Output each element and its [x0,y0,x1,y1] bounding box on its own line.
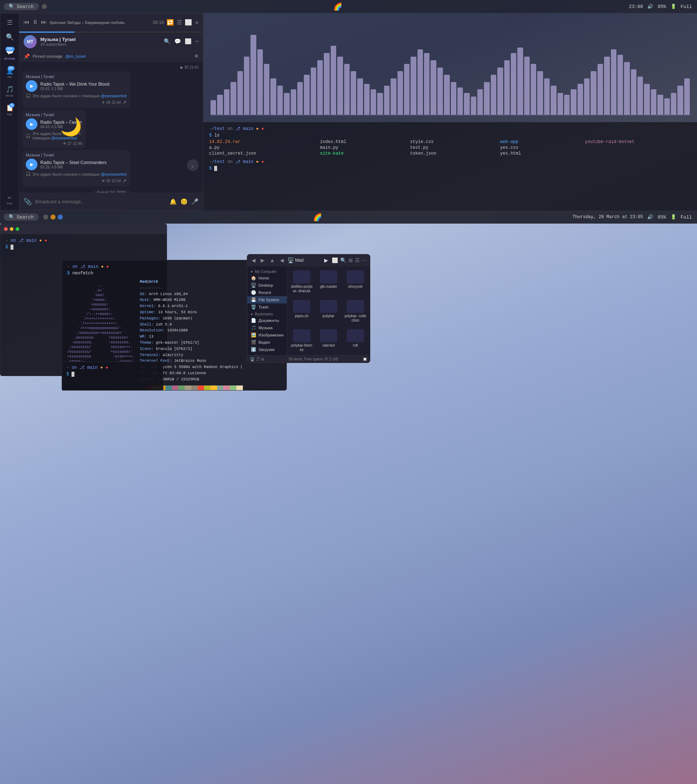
viz-bar [451,82,456,115]
bell-icon[interactable]: 🔔 [170,198,177,206]
fm-grid: dotfiles-polybar- draculagtk-masterohmyz… [289,268,368,362]
big-term-cursor-1: $ [5,245,161,250]
fm-list-icon[interactable]: ☰ [355,257,360,263]
expand-icon[interactable]: ⬜ [185,19,192,26]
color-block [178,385,185,390]
play-btn-2[interactable]: ▶ [26,118,37,130]
msg-note-1: 🎧 Это аудио было скачано с помощью @eyes… [26,93,127,98]
fm-grid-icon[interactable]: ⊞ [348,257,353,263]
viz-bar [391,78,396,115]
sidebar-downloads[interactable]: ⬇️ Загрузки [247,346,287,353]
message-3: Музыка | Tyrael ▶ Radio Tapok – Steel Co… [22,150,130,186]
channel-name: Музыка | Tyrael [40,37,160,42]
viz-bar [317,60,323,115]
channel-layout-icon[interactable]: ⬜ [185,38,192,45]
neofetch-username: Mad@Arch [140,279,243,285]
fm-file-item[interactable]: rofi [343,327,368,354]
play-btn-3[interactable]: ▶ [26,159,37,170]
viz-bar [410,57,416,115]
sidebar-home-label: Home [259,276,269,280]
bottombar-search-label: Search [17,214,34,220]
tg-sidebar: ☰ 🔍 💬 99+ All chats 👤 35 PM 🎵 Music 📋 [0,13,19,210]
channel-more-icon[interactable]: ⋯ [195,38,199,45]
fm-file-item[interactable]: pipes.sh [289,298,314,325]
stop-btn[interactable]: ⏸ [32,19,38,26]
play-btn-1[interactable]: ▶ [26,80,37,92]
sidebar-item-menu[interactable]: ☰ [2,16,18,29]
neofetch-host: Host: NMH-WDX9 M1200 [140,297,243,303]
forward-btn-1[interactable]: ↗ [122,99,127,105]
channel-chat-icon[interactable]: 💬 [174,38,181,45]
pinned-message[interactable]: 📌 Pinned message @im_tyrael 〓 [19,51,203,62]
sidebar-filesystem[interactable]: 💾 File System [247,296,287,303]
close-player-btn[interactable]: ✕ [195,19,199,26]
fm-search-icon[interactable]: 🔍 [340,257,346,263]
viz-bar [531,64,536,115]
color-block [236,385,243,390]
viz-bar [551,86,556,115]
viz-bar [464,93,470,115]
file-manager: ◀ ▶ ▲ ◀ 🖥️ Mad ▶ ⬜ 🔍 ⊞ ☰ ⋯ ▼ My Computer… [247,254,370,363]
fm-file-item[interactable]: raid-bot [316,327,341,354]
viz-bar [351,71,356,115]
color-block [198,385,204,390]
sidebar-item-edit[interactable]: ✏️ Edit [2,191,18,207]
fm-file-item[interactable]: ohmyzsh [343,268,368,295]
viz-bar [311,68,316,115]
fm-maximize-icon[interactable]: ⬜ [332,257,338,263]
message-input[interactable] [35,199,166,204]
attach-btn[interactable]: 📎 [24,198,31,206]
viz-bar [504,60,510,115]
scroll-down-btn[interactable]: ⌄ [187,159,199,171]
fm-forward-btn[interactable]: ▶ [259,257,266,264]
neofetch-theme: Theme: gtk-master [GTK2/3] [140,340,243,346]
fm-section-bookmarks[interactable]: ▼ Bookmarks [247,311,287,317]
fm-file-item[interactable]: polybar-themes [289,327,314,354]
playlist-icon[interactable]: ☰ [177,19,182,26]
fm-section-computer[interactable]: ▼ My Computer [247,268,287,274]
fm-file-item[interactable]: gtk-master [316,268,341,295]
repeat-icon[interactable]: 🔁 [166,19,174,26]
viz-bar [618,55,623,115]
fm-prev-btn[interactable]: ◀ [278,257,285,264]
fm-back-btn[interactable]: ◀ [250,257,257,264]
sidebar-documents[interactable]: 📄 Документы [247,317,287,324]
msg-footer-3: 👁 30 22:54 ↗ [26,178,127,184]
viz-bar [217,95,222,115]
sidebar-item-music[interactable]: 🎵 Music [2,83,18,99]
next-btn[interactable]: ⏭ [41,19,47,26]
sidebar-video[interactable]: 🎬 Видео [247,339,287,346]
bottombar-right: Thursday, 28 March at 23:05 🔊 85% 🔋 Full [572,214,692,220]
fm-next-path-btn[interactable]: ▶ [323,257,330,264]
fm-file-item[interactable]: polybar [316,298,341,325]
bottombar-search[interactable]: 🔍 Search [3,213,39,221]
prev-btn[interactable]: ⏮ [24,19,30,26]
viz-bar [291,89,296,115]
mic-icon[interactable]: 🎤 [191,198,199,206]
fm-up-btn[interactable]: ▲ [268,257,276,264]
channel-search-icon[interactable]: 🔍 [164,38,171,45]
forward-btn-3[interactable]: ↗ [122,178,127,184]
images-icon: 🖼️ [251,333,256,338]
sidebar-images[interactable]: 🖼️ Изображения [247,331,287,339]
fm-file-item[interactable]: dotfiles-polybar- dracula [289,268,314,295]
topbar-search[interactable]: 🔍 Search [3,3,39,10]
sidebar-home[interactable]: 🏠 Home [247,274,287,282]
sidebar-music[interactable]: 🎵 Музыка [247,324,287,331]
sidebar-item-logs[interactable]: 📋 8 logs [2,102,18,118]
sidebar-recent[interactable]: 🕐 Recent [247,289,287,296]
neofetch-terminal: Terminal: alacritty [140,352,243,358]
sidebar-item-search[interactable]: 🔍 [2,31,18,43]
sidebar-trash[interactable]: 🗑️ Trash [247,303,287,311]
term-files: 14.02.24.rar index.html style.css web-ap… [209,139,691,156]
sidebar-item-allchats[interactable]: 💬 99+ All chats [2,45,18,63]
sidebar-computer-label: My Computer [255,270,277,274]
fm-menu-icon[interactable]: ⋯ [362,257,367,263]
sidebar-item-pm[interactable]: 👤 35 PM [2,64,18,81]
sidebar-filesystem-label: File System [259,298,279,302]
power-label: Full [681,214,692,220]
term-prompt-2: -/test on ⎇ main ● ● [209,159,691,165]
sidebar-desktop[interactable]: 🖥️ Desktop [247,282,287,289]
emoji-icon[interactable]: 😊 [180,198,188,206]
fm-file-item[interactable]: polybar- collection [343,298,368,325]
